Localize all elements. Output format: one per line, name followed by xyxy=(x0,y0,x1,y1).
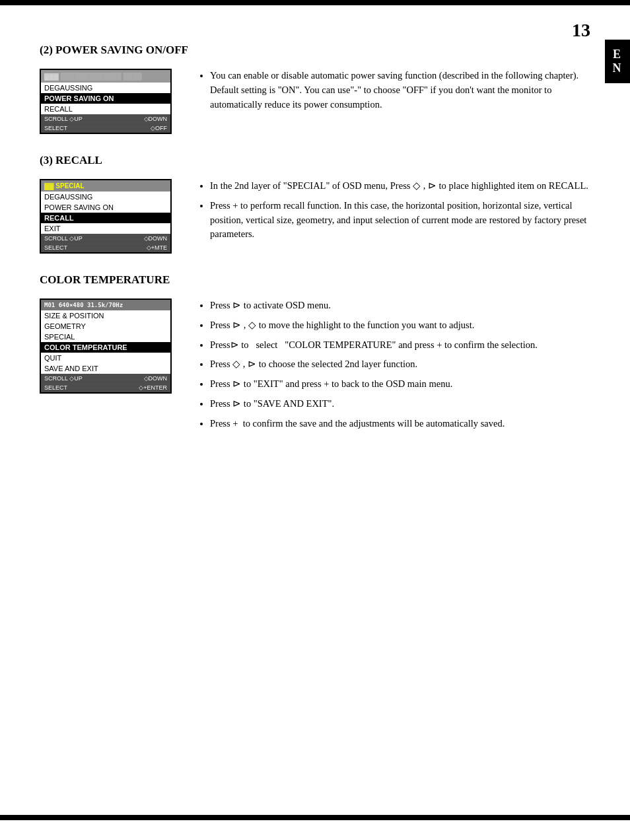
color-temp-description: Press ⊳ to activate OSD menu. Press ⊳ , … xyxy=(198,298,590,436)
osd-header-ct: M01 640×480 31.5k/70Hz xyxy=(41,300,170,310)
ct-bullet-3: Press⊳ to select "COLOR TEMPERATURE" and… xyxy=(210,338,590,353)
osd-footer2-enter-ct: ◇+ENTER xyxy=(139,384,167,391)
language-tab: EN xyxy=(605,40,630,83)
osd-footer-ct: SCROLL ◇UP ◇DOWN xyxy=(41,374,170,383)
recall-description: In the 2nd layer of "SPECIAL" of OSD men… xyxy=(198,179,590,254)
recall-title: (3) RECALL xyxy=(40,154,590,167)
osd-header-power: ▓▓▓ ▒▒▒▒▒▒▒▒▒▒▒▒▒ ▒▒▒▒ xyxy=(41,70,170,83)
ct-bullet-7: Press + to confirm the save and the adju… xyxy=(210,417,590,431)
recall-osd: ▓▓ SPECIAL DEGAUSSING POWER SAVING ON RE… xyxy=(40,179,178,254)
power-saving-bullet-1: You can enable or disable automatic powe… xyxy=(210,69,590,112)
osd-footer-down-ct: ◇DOWN xyxy=(144,375,168,382)
osd-item-power-saving-r: POWER SAVING ON xyxy=(41,202,170,213)
main-content: (2) POWER SAVING ON/OFF ▓▓▓ ▒▒▒▒▒▒▒▒▒▒▒▒… xyxy=(0,12,630,495)
osd-footer-ps: SCROLL ◇UP ◇DOWN xyxy=(41,114,170,123)
osd-item-degaussing-r: DEGAUSSING xyxy=(41,192,170,202)
power-saving-section: ▓▓▓ ▒▒▒▒▒▒▒▒▒▒▒▒▒ ▒▒▒▒ DEGAUSSING POWER … xyxy=(40,69,590,134)
osd-item-color-temp: COLOR TEMPERATURE xyxy=(41,342,170,353)
power-saving-osd: ▓▓▓ ▒▒▒▒▒▒▒▒▒▒▒▒▒ ▒▒▒▒ DEGAUSSING POWER … xyxy=(40,69,178,134)
ct-bullet-4: Press ◇ , ⊳ to choose the selected 2nd l… xyxy=(210,357,590,372)
osd-footer-down-ps: ◇DOWN xyxy=(144,116,168,122)
osd-footer2-ps: SELECT ◇OFF xyxy=(41,123,170,133)
osd-footer-scroll-r: SCROLL ◇UP xyxy=(44,235,83,242)
color-temp-title: COLOR TEMPERATURE xyxy=(40,273,590,287)
osd-item-special: SPECIAL xyxy=(41,332,170,342)
bottom-bar xyxy=(0,815,630,820)
osd-box-ct: M01 640×480 31.5k/70Hz SIZE & POSITION G… xyxy=(40,298,172,394)
ct-bullet-6: Press ⊳ to "SAVE AND EXIT". xyxy=(210,397,590,411)
color-temp-osd: M01 640×480 31.5k/70Hz SIZE & POSITION G… xyxy=(40,298,178,436)
osd-footer2-off-ps: ◇OFF xyxy=(151,125,167,131)
osd-box-power: ▓▓▓ ▒▒▒▒▒▒▒▒▒▒▒▒▒ ▒▒▒▒ DEGAUSSING POWER … xyxy=(40,69,172,134)
osd-footer2-r: SELECT ◇+MTE xyxy=(41,243,170,252)
ct-bullet-1: Press ⊳ to activate OSD menu. xyxy=(210,298,590,313)
osd-header-recall: ▓▓ SPECIAL xyxy=(41,180,170,192)
color-temp-section-content: M01 640×480 31.5k/70Hz SIZE & POSITION G… xyxy=(40,298,590,436)
top-bar xyxy=(0,0,630,5)
osd-footer2-ct: SELECT ◇+ENTER xyxy=(41,383,170,392)
osd-footer-r: SCROLL ◇UP ◇DOWN xyxy=(41,234,170,243)
ct-bullet-5: Press ⊳ to "EXIT" and press + to back to… xyxy=(210,377,590,392)
osd-footer2-select-r: SELECT xyxy=(44,244,67,251)
osd-footer2-select-ps: SELECT xyxy=(44,125,67,131)
osd-item-degaussing-ps: DEGAUSSING xyxy=(41,83,170,93)
color-temp-bullets: Press ⊳ to activate OSD menu. Press ⊳ , … xyxy=(198,298,590,431)
page-number: 13 xyxy=(572,20,590,41)
osd-box-recall: ▓▓ SPECIAL DEGAUSSING POWER SAVING ON RE… xyxy=(40,179,172,254)
recall-bullet-1: In the 2nd layer of "SPECIAL" of OSD men… xyxy=(210,179,590,193)
ct-bullet-2: Press ⊳ , ◇ to move the highlight to the… xyxy=(210,318,590,333)
osd-footer2-mte-r: ◇+MTE xyxy=(147,244,167,251)
osd-item-save-exit: SAVE AND EXIT xyxy=(41,363,170,374)
recall-bullet-2: Press + to perform recall function. In t… xyxy=(210,199,590,242)
osd-footer-scroll-ct: SCROLL ◇UP xyxy=(44,375,83,382)
osd-footer-down-r: ◇DOWN xyxy=(144,235,168,242)
osd-item-recall-ps: RECALL xyxy=(41,104,170,114)
recall-section: ▓▓ SPECIAL DEGAUSSING POWER SAVING ON RE… xyxy=(40,179,590,254)
osd-footer2-select-ct: SELECT xyxy=(44,384,67,391)
osd-item-exit-r: EXIT xyxy=(41,223,170,234)
recall-bullets: In the 2nd layer of "SPECIAL" of OSD men… xyxy=(198,179,590,242)
power-saving-title: (2) POWER SAVING ON/OFF xyxy=(40,44,590,57)
osd-footer-scroll-ps: SCROLL ◇UP xyxy=(44,116,83,122)
osd-item-power-saving: POWER SAVING ON xyxy=(41,93,170,104)
power-saving-bullets: You can enable or disable automatic powe… xyxy=(198,69,590,112)
osd-item-quit: QUIT xyxy=(41,353,170,363)
osd-item-size-pos: SIZE & POSITION xyxy=(41,310,170,321)
osd-item-geometry: GEOMETRY xyxy=(41,321,170,332)
osd-item-recall-r: RECALL xyxy=(41,213,170,223)
power-saving-description: You can enable or disable automatic powe… xyxy=(198,69,590,134)
